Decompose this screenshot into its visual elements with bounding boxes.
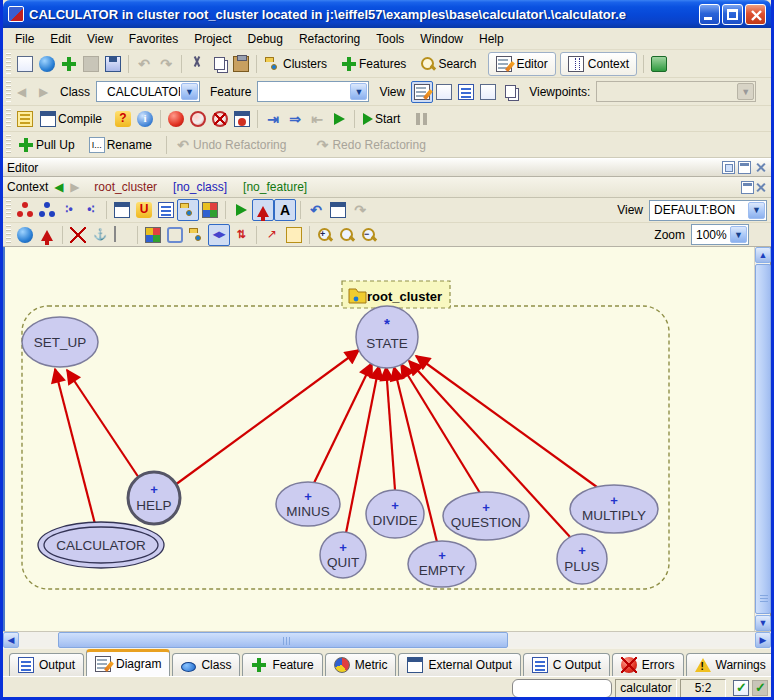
context-no-class[interactable]: [no_class] — [173, 180, 227, 194]
contract-view-button[interactable] — [477, 81, 499, 103]
rotate-button[interactable] — [164, 224, 186, 246]
node-question[interactable]: + QUESTION — [443, 492, 529, 540]
force-layout-button[interactable] — [199, 199, 221, 221]
show-stop-points-button[interactable] — [231, 108, 253, 130]
cluster-layout-button[interactable] — [186, 224, 208, 246]
toolbar-grip[interactable] — [6, 109, 11, 129]
step-over-button[interactable]: ⇥ — [262, 108, 284, 130]
redo-refactoring-button[interactable]: ↷ Redo Refactoring — [310, 134, 435, 156]
features-button[interactable]: Features — [337, 53, 416, 75]
step-into-button[interactable]: ⇒ — [284, 108, 306, 130]
toolbar-grip[interactable] — [6, 81, 11, 103]
menu-edit[interactable]: Edit — [42, 30, 79, 48]
step-out-button[interactable]: ⇤ — [306, 108, 328, 130]
scroll-down-button[interactable]: ▼ — [755, 615, 771, 631]
paste-button[interactable] — [230, 53, 252, 75]
remove-breakpoints-button[interactable] — [209, 108, 231, 130]
menu-help[interactable]: Help — [471, 30, 512, 48]
toolbar-grip[interactable] — [6, 53, 11, 75]
tab-class[interactable]: Class — [172, 653, 240, 676]
diagram-redo-button[interactable]: ↷ — [349, 199, 371, 221]
history-back-button[interactable]: ◀ — [14, 81, 36, 103]
cluster-label-box[interactable]: root_cluster — [342, 281, 450, 308]
add-class-button[interactable] — [58, 53, 80, 75]
search-button[interactable]: Search — [416, 53, 486, 75]
node-state[interactable]: * STATE — [356, 306, 418, 368]
save-button[interactable] — [102, 53, 124, 75]
text-tool-button[interactable]: A — [274, 199, 296, 221]
menu-refactoring[interactable]: Refactoring — [291, 30, 368, 48]
maximize-panel-icon[interactable] — [738, 161, 751, 174]
link-tool-button[interactable]: ↗ — [261, 224, 283, 246]
undo-button[interactable]: ↶ — [133, 53, 155, 75]
tab-output[interactable]: Output — [9, 653, 84, 676]
context-back-icon[interactable]: ◀ — [54, 179, 70, 195]
zoom-in-button[interactable]: + — [314, 224, 336, 246]
node-quit[interactable]: + QUIT — [320, 532, 366, 578]
suppliers-button[interactable]: •∶ — [80, 199, 102, 221]
node-set-up[interactable]: SET_UP — [22, 317, 98, 367]
undo-refactoring-button[interactable]: ↶ Undo Refactoring — [171, 134, 296, 156]
external-editor-button[interactable] — [648, 53, 670, 75]
vertical-scrollbar[interactable]: ▲ ▼ — [754, 247, 770, 631]
close-panel-icon[interactable] — [754, 161, 767, 174]
minimize-button[interactable] — [699, 4, 720, 25]
vertical-scroll-thumb[interactable] — [755, 264, 771, 614]
toolbar-grip[interactable] — [6, 135, 11, 155]
cut-button[interactable] — [186, 53, 208, 75]
history-forward-button[interactable]: ▶ — [36, 81, 58, 103]
diagram-view-combo[interactable]: DEFAULT:BON ▼ — [649, 200, 767, 221]
enable-breakpoints-button[interactable] — [165, 108, 187, 130]
node-empty[interactable]: + EMPTY — [408, 541, 476, 587]
diagram-history-button[interactable] — [327, 199, 349, 221]
tab-errors[interactable]: Errors — [612, 653, 684, 676]
disable-breakpoints-button[interactable] — [187, 108, 209, 130]
uml-toggle-button[interactable]: U — [133, 199, 155, 221]
note-tool-button[interactable] — [283, 224, 305, 246]
menu-debug[interactable]: Debug — [240, 30, 291, 48]
scroll-left-button[interactable]: ◀ — [3, 632, 19, 648]
node-plus[interactable]: + PLUS — [557, 534, 607, 584]
erase-button[interactable] — [111, 224, 133, 246]
viewpoints-combo[interactable]: ▼ — [596, 81, 756, 102]
chevron-down-icon[interactable]: ▼ — [181, 83, 198, 100]
maximize-panel-icon[interactable] — [741, 181, 754, 194]
diagram-undo-button[interactable]: ↶ — [305, 199, 327, 221]
clickable-view-button[interactable] — [433, 81, 455, 103]
new-class-button[interactable] — [14, 224, 36, 246]
zoom-out-button[interactable]: − — [358, 224, 380, 246]
edge-question-state[interactable] — [401, 364, 480, 493]
project-settings-button[interactable] — [14, 108, 36, 130]
system-info-button[interactable]: i — [134, 108, 156, 130]
node-multiply[interactable]: + MULTIPLY — [570, 485, 658, 533]
menu-window[interactable]: Window — [412, 30, 471, 48]
scroll-right-button[interactable]: ▶ — [755, 632, 771, 648]
diagram-canvas[interactable]: root_cluster SET_UP * STATE + HELP CALCU — [3, 247, 771, 631]
class-combo[interactable]: CALCULATOR ▼ — [96, 81, 200, 102]
menu-favorites[interactable]: Favorites — [121, 30, 186, 48]
text-view-button[interactable] — [411, 81, 433, 103]
horizontal-layout-button[interactable]: ◂▸ — [208, 224, 230, 246]
compile-button[interactable]: Compile — [36, 108, 112, 130]
context-cluster[interactable]: root_cluster — [94, 180, 157, 194]
open-button[interactable] — [36, 53, 58, 75]
remove-anchor-button[interactable]: ⚓ — [89, 224, 111, 246]
zoom-combo[interactable]: 100% ▼ — [691, 224, 749, 245]
toolbar-grip[interactable] — [6, 200, 11, 219]
chevron-down-icon[interactable]: ▼ — [748, 202, 765, 219]
node-help[interactable]: + HELP — [128, 472, 180, 524]
close-panel-icon[interactable] — [754, 181, 767, 194]
ancestors-button[interactable] — [14, 199, 36, 221]
vertical-layout-button[interactable]: ⇅ — [230, 224, 252, 246]
tab-feature[interactable]: Feature — [242, 653, 322, 676]
chevron-down-icon[interactable]: ▼ — [350, 83, 367, 100]
horizontal-scrollbar[interactable]: ◀ ▶ — [3, 631, 771, 647]
uml-card-button[interactable] — [155, 199, 177, 221]
tab-external-output[interactable]: External Output — [398, 653, 520, 676]
menu-tools[interactable]: Tools — [368, 30, 412, 48]
tab-c-output[interactable]: C Output — [523, 653, 610, 676]
context-toggle-button[interactable]: Context — [560, 52, 637, 76]
edge-divide-state[interactable] — [386, 367, 395, 490]
delete-button[interactable] — [67, 224, 89, 246]
maximize-button[interactable] — [722, 4, 743, 25]
